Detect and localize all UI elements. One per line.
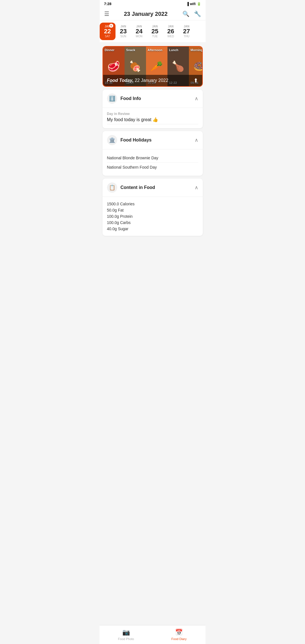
cal-dow: TUE <box>152 35 158 38</box>
nutrition-item: 100.0g Carbs <box>107 219 198 226</box>
menu-button[interactable]: ☰ <box>104 10 109 17</box>
cal-num: 24 <box>136 28 142 35</box>
food-holidays-body: National Blonde Brownie DayNational Sout… <box>103 149 203 176</box>
food-info-title: Food Info <box>121 96 141 101</box>
day-in-review-label: Day in Review <box>107 112 198 116</box>
content-in-food-card: 📋 Content in Food ∧ 1500.0 Calories50.0g… <box>103 179 203 236</box>
food-holidays-header[interactable]: 🏛️ Food Holidays ∧ <box>103 131 203 149</box>
food-strip-container: 🥩 Dinner 19:30🍖 Snack 18:27🥕 Afternoon 1… <box>103 46 203 87</box>
nutrition-item: 1500.0 Calories <box>107 201 198 207</box>
nutrition-item: 100.0g Protein <box>107 213 198 219</box>
holiday-item: National Southern Food Day <box>107 163 198 172</box>
food-holidays-card: 🏛️ Food Holidays ∧ National Blonde Brown… <box>103 131 203 176</box>
food-info-body: Day in Review My food today is great 👍 <box>103 108 203 128</box>
food-item-label: Snack <box>126 48 135 52</box>
cal-day-26[interactable]: JAN 26 WED <box>163 23 179 40</box>
cal-num: 26 <box>167 28 174 35</box>
cal-dow: SAT <box>105 35 110 38</box>
search-button[interactable]: 🔍 <box>182 10 189 17</box>
food-item-label: Afternoon <box>148 48 163 52</box>
app-header: ☰ 23 January 2022 🔍 🔧 <box>100 8 206 20</box>
nutrition-item: 40.0g Sugar <box>107 226 198 232</box>
food-today-bar: Food Today, 22 January 2022 ⬆ <box>103 75 202 86</box>
header-actions: 🔍 🔧 <box>182 10 201 17</box>
cal-dow: WED <box>167 35 174 38</box>
page-title: 23 January 2022 <box>124 11 168 17</box>
food-holidays-chevron: ∧ <box>195 137 198 143</box>
share-button[interactable]: ⬆ <box>193 77 198 84</box>
food-item-label: Lunch <box>169 48 178 52</box>
cal-dow: SUN <box>120 35 126 38</box>
status-icons: ▐ wifi 🔋 <box>186 2 201 6</box>
content-in-food-icon: 📋 <box>107 182 117 193</box>
battery-icon: 🔋 <box>197 2 201 6</box>
content-in-food-chevron: ∧ <box>195 184 198 191</box>
cal-num: 23 <box>120 28 127 35</box>
cal-day-23[interactable]: JAN 23 SUN <box>116 23 131 40</box>
food-info-icon: ℹ️ <box>107 93 117 104</box>
content-in-food-body: 1500.0 Calories50.0g Fat100.0g Protein10… <box>103 197 203 236</box>
food-item-label: Dinner <box>105 48 115 52</box>
food-today-label: Food Today, 22 January 2022 <box>107 78 169 83</box>
cal-num: 22 <box>104 28 111 35</box>
food-item-label: Morning <box>191 48 202 52</box>
tools-button[interactable]: 🔧 <box>194 10 201 17</box>
status-bar: 7:28 ▐ wifi 🔋 <box>100 0 206 8</box>
cal-day-22[interactable]: 5JAN 22 SAT <box>100 23 116 40</box>
signal-icon: ▐ <box>186 2 189 6</box>
cal-day-24[interactable]: JAN 24 MON <box>131 23 147 40</box>
review-text: My food today is great 👍 <box>107 117 198 124</box>
food-info-chevron: ∧ <box>195 95 198 102</box>
wifi-icon: wifi <box>190 2 196 6</box>
food-holidays-title: Food Holidays <box>121 138 152 143</box>
calendar-strip: 5JAN 22 SATJAN 23 SUNJAN 24 MONJAN 25 TU… <box>100 20 206 43</box>
cal-num: 27 <box>183 28 190 35</box>
food-holidays-icon: 🏛️ <box>107 135 117 145</box>
cal-dow: THU <box>184 35 189 38</box>
content-in-food-title: Content in Food <box>121 185 155 190</box>
content-in-food-header[interactable]: 📋 Content in Food ∧ <box>103 179 203 197</box>
status-time: 7:28 <box>104 2 112 6</box>
cal-day-27[interactable]: JAN 27 THU <box>179 23 195 40</box>
nutrition-item: 50.0g Fat <box>107 207 198 213</box>
cal-day-25[interactable]: JAN 25 TUE <box>147 23 163 40</box>
food-info-card: ℹ️ Food Info ∧ Day in Review My food tod… <box>103 90 203 128</box>
cal-num: 25 <box>151 28 158 35</box>
cal-dow: MON <box>136 35 142 38</box>
food-info-header[interactable]: ℹ️ Food Info ∧ <box>103 90 203 108</box>
holiday-item: National Blonde Brownie Day <box>107 153 198 163</box>
